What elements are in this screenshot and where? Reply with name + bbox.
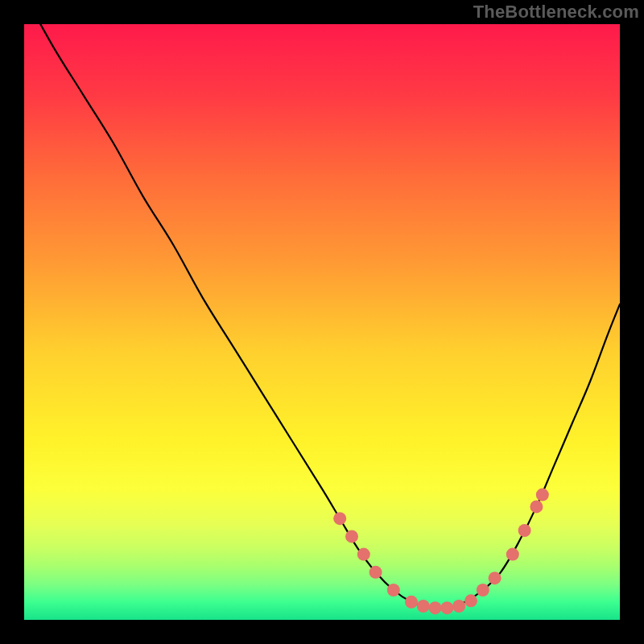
curve-marker — [506, 548, 519, 561]
curve-marker — [345, 530, 358, 543]
curve-marker — [489, 572, 502, 584]
curve-marker — [530, 500, 543, 513]
curve-marker — [440, 601, 453, 614]
curve-markers-group — [333, 489, 549, 615]
curve-marker — [417, 600, 430, 613]
curve-marker — [369, 566, 382, 579]
chart-frame: TheBottleneck.com — [0, 0, 644, 644]
curve-marker — [387, 584, 400, 597]
watermark-label: TheBottleneck.com — [473, 2, 639, 23]
chart-overlay — [24, 24, 620, 620]
curve-marker — [405, 596, 418, 609]
curve-marker — [333, 512, 346, 525]
bottleneck-curve — [24, 0, 620, 609]
curve-marker — [452, 600, 465, 613]
curve-marker — [536, 489, 549, 502]
curve-marker — [357, 548, 370, 561]
curve-marker — [429, 601, 442, 614]
curve-marker — [464, 594, 477, 607]
curve-marker — [477, 584, 489, 597]
curve-marker — [518, 524, 531, 537]
